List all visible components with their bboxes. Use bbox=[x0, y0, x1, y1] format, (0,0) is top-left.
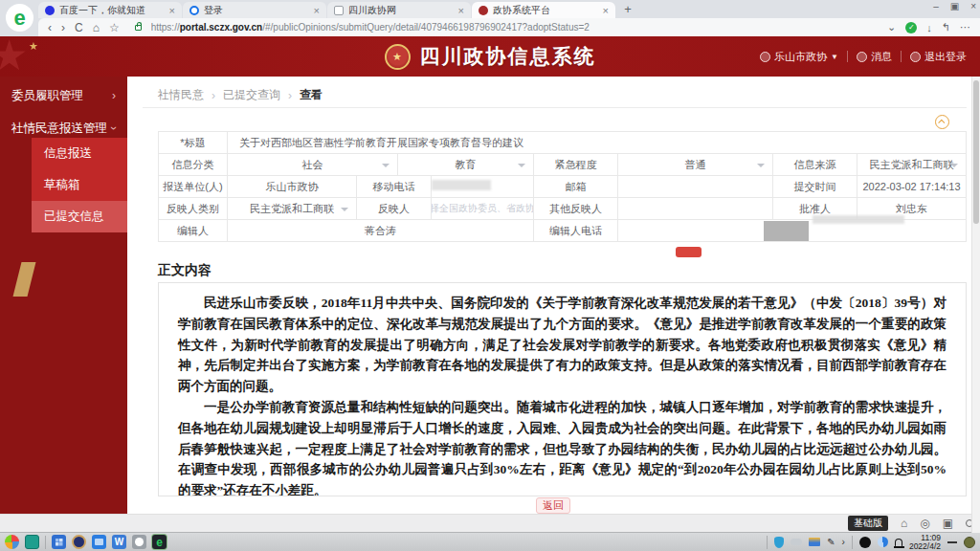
eye-protect-icon[interactable]: ◎ bbox=[920, 517, 929, 530]
messages-button[interactable]: 消息 bbox=[857, 50, 892, 64]
scrollbar-thumb[interactable] bbox=[973, 80, 979, 224]
divider bbox=[901, 51, 902, 62]
tab-close-icon[interactable]: × bbox=[603, 5, 609, 16]
chevron-up-icon bbox=[938, 120, 945, 126]
window-manager-icon[interactable]: ▣ bbox=[943, 517, 953, 530]
tab-close-icon[interactable]: × bbox=[314, 5, 320, 16]
content-panel: 社情民意 › 已提交查询 › 查看 *标题 关于对西部地区普惠性学前教育开展国家… bbox=[127, 77, 980, 514]
chevron-right-icon: › bbox=[112, 89, 116, 102]
more-menu-icon[interactable]: ⋯ bbox=[960, 21, 970, 33]
control-panel-icon[interactable] bbox=[92, 535, 106, 549]
cloud-icon[interactable] bbox=[791, 539, 802, 545]
network-icon[interactable] bbox=[878, 537, 888, 547]
toolbar-right-icons: ⌄ ✓ ↓ ↰ ⋯ bbox=[887, 21, 970, 33]
bookmark-star-icon[interactable]: ☆ bbox=[109, 21, 120, 34]
sidebar-group-member-duty[interactable]: 委员履职管理 › bbox=[0, 82, 127, 109]
tray-expand-icon[interactable]: › bbox=[842, 537, 845, 547]
home-button[interactable]: ⌂ bbox=[93, 21, 100, 34]
selected-option: 普通 bbox=[685, 158, 706, 172]
urgency-select[interactable]: 普通 bbox=[618, 154, 773, 175]
browser-logo-icon[interactable]: e bbox=[6, 4, 33, 32]
file-manager-icon[interactable] bbox=[25, 535, 39, 549]
messages-label: 消息 bbox=[871, 50, 892, 64]
logout-button[interactable]: 退出登录 bbox=[910, 50, 967, 64]
item-label: 草稿箱 bbox=[44, 177, 80, 193]
safety-check-icon[interactable]: ✓ bbox=[905, 22, 917, 33]
divider bbox=[852, 536, 853, 549]
selected-marker bbox=[13, 262, 36, 297]
main-area: 委员履职管理 › 社情民意报送管理 › 信息报送 草稿箱 已提交信息 社情民意 … bbox=[0, 77, 980, 514]
start-menu-button[interactable] bbox=[5, 535, 19, 549]
screen-record-icon[interactable] bbox=[859, 537, 871, 548]
title-label: *标题 bbox=[159, 132, 228, 153]
reflector-input[interactable]: 请选择全国政协委员、省政协委员 bbox=[432, 198, 534, 219]
dropdown-arrow-icon bbox=[518, 164, 525, 167]
restore-tab-icon[interactable]: ↰ bbox=[942, 21, 950, 33]
back-button-form[interactable]: 返回 bbox=[536, 497, 570, 514]
source-select[interactable]: 民主党派和工商联 bbox=[858, 154, 966, 175]
dropdown-arrow-icon bbox=[757, 164, 765, 167]
qq-messenger-icon[interactable] bbox=[132, 535, 146, 549]
date-value: 2022/4/2 bbox=[909, 542, 941, 551]
ssl-lock-icon bbox=[135, 25, 142, 31]
taskbar-clock[interactable]: 11:09 2022/4/2 bbox=[909, 534, 941, 551]
body-content-text: 民进乐山市委反映，2018年11月中共中央、国务院印发的《关于学前教育深化改革规… bbox=[158, 282, 967, 496]
url-dropdown-icon[interactable]: ⌄ bbox=[887, 21, 896, 33]
breadcrumb-item[interactable]: 已提交查询 bbox=[223, 87, 280, 103]
tab-login[interactable]: 登录 × bbox=[183, 2, 326, 18]
tab-sczx-web[interactable]: 四川政协网 × bbox=[327, 2, 471, 18]
browser-chrome: e 百度一下，你就知道 × 登录 × 四川政协网 × 政协系统平台 × bbox=[0, 0, 980, 36]
pen-input-icon[interactable]: ✎ bbox=[827, 537, 835, 547]
minimize-all-icon[interactable] bbox=[947, 541, 957, 543]
security-shield-icon[interactable] bbox=[774, 537, 784, 548]
source-label: 信息来源 bbox=[773, 154, 858, 175]
app-store-icon[interactable] bbox=[52, 535, 66, 549]
collapse-section-button[interactable] bbox=[935, 115, 949, 129]
page-scrollbar[interactable] bbox=[971, 77, 980, 533]
form-row-category: 信息分类 社会 教育 紧急程度 普通 信息来源 民主党派和工商联 bbox=[159, 154, 966, 176]
mobile-label: 移动电话 bbox=[357, 176, 432, 197]
form-row-title: *标题 关于对西部地区普惠性学前教育开展国家专项教育督导的建议 bbox=[159, 132, 966, 154]
close-button[interactable]: × bbox=[970, 1, 976, 11]
tab-baidu[interactable]: 百度一下，你就知道 × bbox=[38, 2, 182, 18]
email-label: 邮箱 bbox=[534, 176, 618, 197]
wps-letter: W bbox=[115, 537, 123, 547]
tab-zhengxie-platform[interactable]: 政协系统平台 × bbox=[472, 2, 615, 18]
email-value bbox=[618, 176, 773, 197]
category-select-1[interactable]: 社会 bbox=[228, 154, 398, 175]
minimize-button[interactable]: – bbox=[933, 1, 939, 11]
sidebar-item-submitted[interactable]: 已提交信息 bbox=[32, 201, 127, 232]
other-reflector-value bbox=[618, 198, 773, 219]
submit-time-label: 提交时间 bbox=[773, 176, 858, 197]
input-method-icon[interactable] bbox=[964, 537, 975, 548]
download-icon[interactable]: ↓ bbox=[926, 22, 932, 33]
paragraph: 民进乐山市委反映，2018年11月中共中央、国务院印发的《关于学前教育深化改革规… bbox=[178, 293, 947, 397]
tab-close-icon[interactable]: × bbox=[169, 5, 175, 16]
category-select-2[interactable]: 教育 bbox=[398, 154, 534, 175]
back-button[interactable]: ‹ bbox=[48, 21, 52, 34]
sync-folder-icon[interactable] bbox=[809, 538, 820, 546]
sidebar-item-info-submit[interactable]: 信息报送 bbox=[32, 138, 127, 169]
home-page-icon[interactable]: ⌂ bbox=[901, 517, 907, 530]
editor-value: 蒋合涛 bbox=[228, 220, 534, 241]
wps-office-icon[interactable]: W bbox=[112, 535, 126, 549]
browser-taskbar-icon[interactable]: e bbox=[152, 535, 167, 549]
reflector-type-select[interactable]: 民主党派和工商联 bbox=[228, 198, 357, 219]
edition-badge[interactable]: 基础版 bbox=[848, 516, 888, 531]
red-tag bbox=[676, 247, 702, 257]
user-menu[interactable]: 乐山市政协 ▼ bbox=[760, 50, 838, 64]
desktop-screen: e 百度一下，你就知道 × 登录 × 四川政协网 × 政协系统平台 × bbox=[0, 0, 980, 551]
breadcrumb-item[interactable]: 社情民意 bbox=[158, 87, 204, 103]
notification-bell-icon[interactable] bbox=[895, 539, 902, 546]
new-tab-button[interactable]: + bbox=[620, 2, 635, 18]
url-bar[interactable]: https://portal.sczx.gov.cn/#/publicOpini… bbox=[151, 22, 878, 33]
maximize-button[interactable]: ▣ bbox=[950, 1, 959, 11]
tab-title: 政协系统平台 bbox=[493, 4, 598, 17]
gov-app-icon[interactable] bbox=[72, 535, 86, 549]
tab-close-icon[interactable]: × bbox=[458, 5, 464, 16]
reload-button[interactable]: C bbox=[75, 21, 83, 34]
sidebar: 委员履职管理 › 社情民意报送管理 › 信息报送 草稿箱 已提交信息 bbox=[0, 77, 127, 514]
sidebar-item-drafts[interactable]: 草稿箱 bbox=[32, 169, 127, 201]
breadcrumb-current: 查看 bbox=[300, 87, 323, 103]
forward-button[interactable]: › bbox=[61, 21, 65, 34]
